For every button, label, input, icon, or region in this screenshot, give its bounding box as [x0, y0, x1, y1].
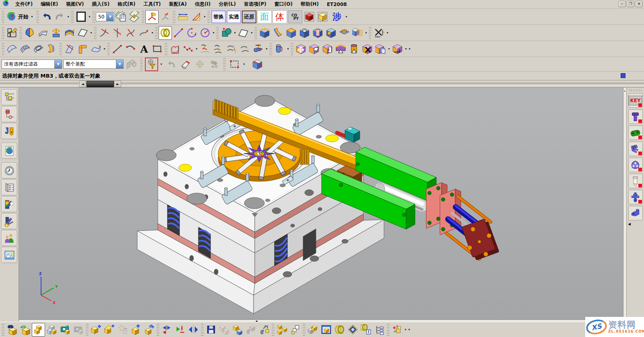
scroll-left-button[interactable]: ◄	[79, 81, 86, 87]
boolean-shapes-icon[interactable]	[220, 26, 233, 40]
circle-icon[interactable]	[198, 26, 212, 40]
graphics-viewport[interactable]: Z Y X ◆	[19, 88, 623, 322]
curve-trim-icon[interactable]	[124, 26, 137, 40]
scenery-icon[interactable]	[1, 247, 17, 263]
menu-help[interactable]: 帮助(H)	[297, 0, 322, 8]
mesh-surface-icon[interactable]	[19, 42, 32, 56]
elbow-part-icon[interactable]	[628, 206, 643, 220]
toolbar-grip[interactable]	[157, 324, 159, 336]
toolbar-grip[interactable]	[71, 11, 74, 23]
eraser-icon[interactable]	[179, 58, 192, 71]
red-cube-icon[interactable]	[303, 10, 316, 24]
text-icon[interactable]: A	[137, 42, 151, 56]
chain-rings-icon[interactable]	[159, 26, 172, 40]
move-face-icon[interactable]	[294, 42, 308, 56]
wcs-orient-icon[interactable]	[159, 10, 172, 24]
toolbar-grip[interactable]	[59, 43, 62, 55]
plane2-caret[interactable]: ▾	[250, 31, 254, 35]
replace-button[interactable]: 替换	[211, 10, 226, 23]
toolbar-grip[interactable]	[107, 43, 110, 55]
studio-surface-icon[interactable]	[89, 42, 103, 56]
scope-combo-arrow[interactable]: ▼	[116, 60, 123, 68]
hole-cube-icon[interactable]	[324, 26, 338, 40]
toolbar-grip[interactable]	[19, 27, 22, 39]
selection-filter-combo[interactable]: 没有选择过滤器 ▼	[2, 60, 62, 69]
instance-caret[interactable]: ▾	[364, 31, 368, 35]
menu-information[interactable]: 信息(I)	[191, 0, 214, 8]
visualization-icon[interactable]	[1, 196, 17, 212]
restore-button[interactable]: 还原	[242, 10, 256, 23]
line2-icon[interactable]	[111, 42, 124, 56]
row1-overflow-caret[interactable]: ▾	[345, 15, 348, 18]
swatch-caret[interactable]: ▾	[88, 15, 91, 18]
row2-overflow-caret[interactable]: ▾	[386, 31, 389, 35]
snap-point-icon[interactable]	[145, 58, 158, 71]
filter-combo-arrow[interactable]: ▼	[54, 60, 62, 68]
curve-extend-icon[interactable]	[137, 26, 151, 40]
revolve-icon[interactable]	[273, 42, 286, 56]
boolean-caret[interactable]: ▾	[233, 31, 237, 35]
sectionsurf-caret[interactable]: ▾	[265, 47, 268, 51]
mesh-sheet-icon[interactable]	[36, 26, 50, 40]
menu-et2008[interactable]: ET2008	[323, 1, 351, 8]
bracket-part-icon[interactable]	[628, 142, 643, 156]
arrangement-caret[interactable]: ▾	[404, 328, 407, 331]
toolbar-grip[interactable]	[2, 27, 4, 39]
fitting-part-icon[interactable]	[628, 190, 643, 204]
toolbar-grip[interactable]	[86, 324, 89, 336]
toolbar-grip[interactable]	[207, 11, 210, 23]
extrude-plane-icon[interactable]	[50, 26, 63, 40]
instance-cube-icon[interactable]	[351, 26, 364, 40]
toolbar-grip[interactable]	[36, 11, 39, 23]
plane-caret[interactable]: ▾	[89, 31, 93, 35]
toolbar-grip[interactable]	[92, 11, 95, 23]
mate-constraint-icon[interactable]	[173, 323, 187, 337]
sequence-icon[interactable]	[320, 323, 333, 337]
scroll-right-button[interactable]: ►	[114, 81, 121, 87]
layer-settings-icon[interactable]	[114, 10, 128, 24]
save-icon[interactable]	[204, 323, 218, 337]
create-component-icon[interactable]	[129, 323, 142, 337]
toolbar-grip[interactable]	[155, 27, 158, 39]
crosshair-icon[interactable]	[193, 58, 206, 71]
bounded-plane-icon[interactable]	[32, 42, 45, 56]
structure-tree-icon[interactable]	[373, 323, 386, 337]
combine-curve-icon[interactable]	[212, 42, 225, 56]
toolbar-grip[interactable]	[2, 324, 4, 336]
measure-distance-icon[interactable]	[176, 10, 190, 24]
body-button[interactable]: 体	[272, 10, 287, 23]
move-component-icon[interactable]	[142, 323, 156, 337]
rectselect-caret[interactable]: ▾	[242, 62, 246, 66]
pattern-component-icon[interactable]	[275, 323, 289, 337]
add-component-icon[interactable]	[89, 323, 103, 337]
resizeface-caret[interactable]: ▾	[404, 47, 408, 51]
collapse-panel-arrow[interactable]: ◀	[628, 222, 631, 226]
align-constraint-icon[interactable]	[187, 323, 200, 337]
toolbar-grip[interactable]	[272, 324, 275, 336]
product-view-gray-icon[interactable]	[72, 323, 85, 337]
bend-sheet-icon[interactable]	[63, 26, 76, 40]
measure-caret[interactable]: ▾	[203, 15, 206, 18]
curveops-caret[interactable]: ▾	[151, 31, 154, 35]
minimize-button[interactable]: –	[618, 1, 626, 7]
part-navigator-icon[interactable]	[1, 123, 17, 139]
arc2-icon[interactable]	[124, 42, 137, 56]
restore-button[interactable]: ❐	[627, 1, 634, 7]
start-button[interactable]: 开始▾	[5, 11, 35, 23]
toolbar-grip[interactable]	[303, 324, 305, 336]
toolbar-grip[interactable]	[140, 58, 143, 70]
scrollbar-thumb[interactable]	[87, 81, 114, 87]
face-button[interactable]: 面	[257, 10, 272, 23]
copy-face-icon[interactable]	[374, 42, 387, 56]
viewport-3d-model[interactable]: Z Y X	[19, 88, 623, 322]
arc-icon[interactable]	[185, 26, 198, 40]
toolbar-grip[interactable]	[201, 324, 204, 336]
layer-combo-arrow[interactable]: ▼	[106, 12, 114, 21]
plate-part-icon[interactable]	[628, 158, 643, 172]
exploded-view-icon[interactable]	[306, 323, 320, 337]
pull-face-icon[interactable]	[308, 42, 321, 56]
menu-tools[interactable]: 工具(T)	[140, 0, 164, 8]
interpart-link-icon[interactable]	[125, 58, 138, 71]
intersect-curve-icon[interactable]	[238, 42, 252, 56]
interpart-rings-icon[interactable]	[333, 323, 346, 337]
